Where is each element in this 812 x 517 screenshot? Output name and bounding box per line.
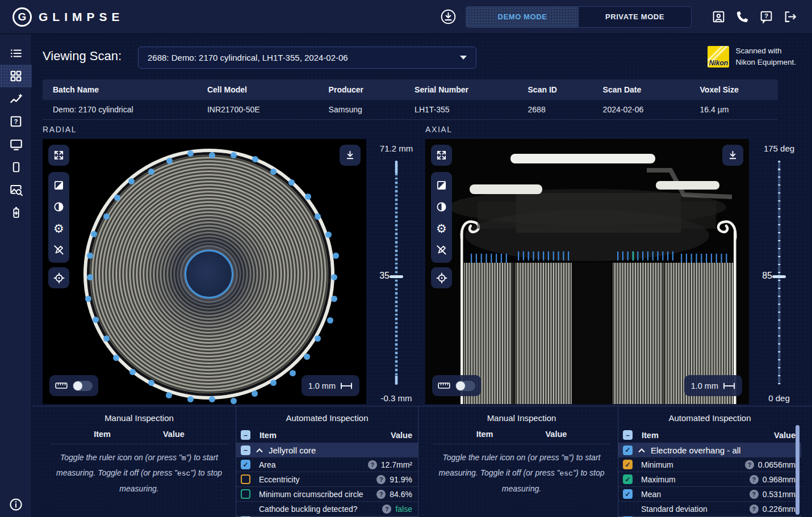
help-icon[interactable] — [745, 460, 754, 469]
row-maximum[interactable]: Maximum 0.968mm — [618, 472, 801, 487]
invert-image-button[interactable] — [431, 174, 452, 196]
perimeter-detection-dot — [270, 169, 277, 175]
sidebar-item-cell[interactable] — [0, 155, 32, 178]
fullscreen-button[interactable] — [48, 145, 69, 166]
row-value: 0.0656mm — [758, 460, 796, 469]
download-image-button[interactable] — [340, 145, 361, 166]
group-checkbox[interactable] — [623, 445, 633, 455]
cell-model-value: INR21700-50E — [197, 105, 319, 114]
measure-toggle-switch[interactable] — [73, 381, 93, 391]
row-checkbox[interactable] — [241, 460, 250, 469]
device-icon — [10, 161, 22, 173]
sidebar-item-trends[interactable] — [0, 87, 32, 110]
row-mean[interactable]: Mean 0.531mm — [618, 487, 801, 502]
help-icon[interactable] — [376, 475, 386, 484]
perimeter-detection-dot — [87, 274, 93, 280]
radial-slider-track[interactable] — [395, 161, 398, 385]
brightness-settings-button[interactable]: ⚙ — [431, 217, 452, 239]
annotations-off-button[interactable] — [48, 239, 69, 260]
help-icon[interactable] — [382, 505, 391, 514]
help-icon[interactable] — [750, 490, 759, 499]
axial-slider-max: 175 deg — [751, 144, 807, 153]
invert-image-button[interactable] — [48, 174, 69, 196]
sidebar-item-image-search[interactable] — [0, 178, 32, 201]
sidebar-item-battery[interactable] — [0, 201, 32, 224]
select-all-checkbox[interactable] — [623, 430, 633, 440]
contrast-button[interactable] — [431, 196, 452, 217]
row-min-circumscribed-circle[interactable]: Minimum circumscribed circle 84.6% — [236, 487, 418, 502]
col-producer: Producer — [319, 85, 405, 94]
sidebar-item-menu-list[interactable] — [0, 42, 32, 65]
axial-slider-track[interactable] — [778, 161, 780, 385]
row-value: false — [395, 505, 412, 514]
row-minimum[interactable]: Minimum 0.0656mm — [618, 457, 801, 472]
group-row-jellyroll-core[interactable]: Jellyroll core — [236, 443, 418, 457]
fullscreen-button[interactable] — [431, 145, 452, 166]
radial-slider-handle[interactable] — [390, 275, 403, 278]
logout-icon[interactable] — [778, 6, 802, 28]
radial-viewer[interactable]: ⚙ 1.0 mm — [43, 139, 366, 404]
axial-section-title: AXIAL — [425, 125, 453, 134]
left-sidebar: ? — [0, 34, 32, 517]
sidebar-item-monitor[interactable] — [0, 133, 32, 155]
row-area[interactable]: Area 12.7mm² — [236, 457, 418, 472]
producer-value: Samsung — [319, 105, 405, 114]
sidebar-item-dashboard[interactable] — [0, 65, 32, 87]
center-crosshair-button[interactable] — [48, 267, 69, 288]
measure-toggle[interactable] — [49, 375, 98, 396]
row-eccentricity[interactable]: Eccentricity 91.9% — [236, 472, 418, 487]
group-row-electrode-overhang[interactable]: Electrode overhang - all — [618, 443, 801, 457]
ruler-icon — [55, 381, 68, 390]
brightness-settings-button[interactable]: ⚙ — [48, 217, 69, 239]
perimeter-detection-dot — [113, 355, 119, 361]
row-label: Cathode buckling detected? — [259, 505, 358, 514]
manual-inspection-radial: Manual Inspection Item Value Toggle the … — [43, 406, 236, 517]
measure-toggle[interactable] — [432, 375, 481, 396]
demo-mode-tab[interactable]: DEMO MODE — [466, 7, 579, 27]
col-cell-model: Cell Model — [197, 85, 319, 94]
row-label: Standard deviation — [641, 505, 708, 514]
help-icon[interactable] — [750, 505, 759, 514]
perimeter-detection-dot — [270, 380, 277, 386]
help-icon[interactable] — [368, 460, 377, 469]
measure-toggle-switch[interactable] — [455, 381, 475, 391]
contact-card-icon[interactable] — [706, 6, 730, 28]
download-circle-icon[interactable] — [436, 6, 460, 28]
download-image-button[interactable] — [722, 145, 743, 166]
panel-scrollbar[interactable] — [796, 425, 800, 515]
group-checkbox[interactable] — [241, 445, 250, 455]
perimeter-detection-dot — [252, 390, 258, 397]
row-checkbox[interactable] — [623, 474, 633, 484]
help-chat-icon[interactable]: ? — [754, 6, 778, 28]
select-all-checkbox[interactable] — [241, 430, 250, 440]
center-crosshair-button[interactable] — [431, 267, 452, 288]
contrast-button[interactable] — [48, 196, 69, 217]
annotations-off-button[interactable] — [431, 239, 452, 260]
col-scan-date: Scan Date — [593, 85, 690, 94]
row-checkbox[interactable] — [241, 474, 250, 484]
measure-hint: Toggle the ruler icon on (or press "m") … — [52, 450, 227, 497]
voxel-size-value: 16.4 µm — [690, 105, 778, 114]
perimeter-detection-dot — [129, 369, 136, 375]
perimeter-detection-dot — [252, 156, 258, 162]
image-adjust-toolbar: ⚙ — [431, 172, 452, 263]
row-checkbox[interactable] — [241, 489, 250, 499]
help-icon[interactable] — [750, 475, 759, 484]
help-icon[interactable] — [376, 490, 386, 499]
phone-icon[interactable] — [730, 6, 754, 28]
scan-select[interactable]: 2688: Demo: 2170 cylindrical, LH1T-355, … — [138, 47, 476, 69]
sidebar-item-help[interactable]: ? — [0, 110, 32, 133]
scale-bar-icon — [723, 382, 735, 390]
col-scan-id: Scan ID — [518, 85, 593, 94]
private-mode-tab[interactable]: PRIVATE MODE — [579, 7, 691, 27]
row-checkbox[interactable] — [623, 460, 633, 469]
row-checkbox[interactable] — [623, 489, 633, 499]
info-icon[interactable] — [0, 498, 32, 511]
trend-icon — [10, 93, 23, 106]
axial-slider-handle[interactable] — [772, 275, 786, 278]
jellyroll-core-overlay — [185, 250, 233, 299]
panel-title: Manual Inspection — [43, 406, 236, 423]
axial-viewer[interactable]: ⚙ 1.0 mm — [425, 139, 749, 404]
row-cathode-buckling[interactable]: Cathode buckling detected? false — [236, 502, 418, 516]
row-standard-deviation[interactable]: Standard deviation 0.226mm — [618, 502, 801, 516]
